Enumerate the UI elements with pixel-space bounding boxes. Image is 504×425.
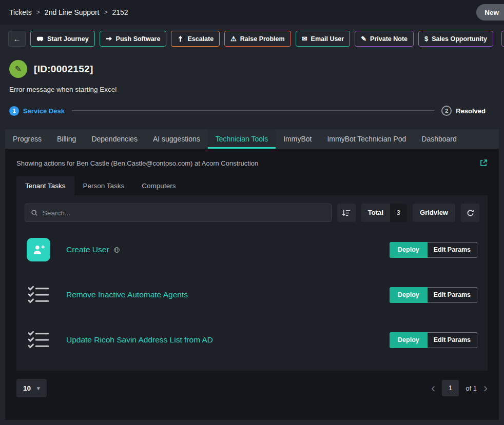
checklist-icon <box>27 283 50 307</box>
private-note-button[interactable]: ✎ Private Note <box>355 31 414 47</box>
stepper-connector-line <box>72 110 434 111</box>
tab-progress[interactable]: Progress <box>5 129 49 149</box>
start-journey-button[interactable]: Start Journey <box>30 31 95 47</box>
user-plus-icon <box>27 238 50 261</box>
edit-params-button[interactable]: Edit Params <box>428 287 477 303</box>
refresh-button[interactable] <box>461 204 479 222</box>
deploy-button[interactable]: Deploy <box>390 287 428 303</box>
edit-params-button[interactable]: Edit Params <box>428 332 477 348</box>
sales-opportunity-button[interactable]: $ Sales Opportunity <box>418 31 493 47</box>
current-page-indicator: 1 <box>442 380 459 396</box>
email-user-button[interactable]: ✉ Email User <box>296 31 351 47</box>
gridview-button[interactable]: Gridview <box>413 204 455 222</box>
task-subtabs: Tenant Tasks Person Tasks Computers <box>16 176 488 195</box>
tab-billing[interactable]: Billing <box>49 129 84 149</box>
globe-icon <box>113 247 120 253</box>
chevron-down-icon: ▾ <box>37 385 40 392</box>
ticket-type-icon: ✎ <box>9 60 27 78</box>
task-title-text: Update Ricoh Savin Address List from AD <box>66 335 213 345</box>
tab-technician-tools[interactable]: Technician Tools <box>208 129 276 149</box>
prev-page-button[interactable]: ‹ <box>431 382 435 394</box>
envelope-icon: ✉ <box>302 35 307 42</box>
search-icon <box>31 209 38 216</box>
total-count-badge: 3 <box>390 204 407 222</box>
breadcrumb-item-queue[interactable]: 2nd Line Support <box>45 8 100 16</box>
search-box[interactable] <box>25 204 332 222</box>
sales-opportunity-label: Sales Opportunity <box>432 35 487 43</box>
main-tabs: Progress Billing Dependencies AI suggest… <box>5 129 499 149</box>
breadcrumb-item-ticket-id[interactable]: 2152 <box>112 8 128 16</box>
search-controls-row: Total 3 Gridview <box>25 204 479 222</box>
total-counter: Total 3 <box>361 204 407 222</box>
step-number-badge: 1 <box>9 106 19 116</box>
escalate-button[interactable]: Escalate <box>171 31 220 47</box>
subtab-computers[interactable]: Computers <box>133 176 184 195</box>
total-label: Total <box>361 204 390 222</box>
escalate-label: Escalate <box>187 35 214 43</box>
breadcrumb: Tickets > 2nd Line Support > 2152 <box>9 8 128 16</box>
external-link-icon[interactable] <box>479 159 488 167</box>
sort-icon <box>342 209 351 217</box>
refresh-icon <box>467 209 474 217</box>
page-size-select[interactable]: 10 ▾ <box>16 379 47 397</box>
warning-icon: ⚠ <box>230 35 237 42</box>
tab-ai-suggestions[interactable]: AI suggestions <box>145 129 208 149</box>
step-resolved[interactable]: 2 Resolved <box>441 106 486 116</box>
task-list-container: Total 3 Gridview Create User <box>16 195 488 371</box>
technician-tools-panel: Showing actions for Ben Castle (Ben.Cast… <box>5 149 499 420</box>
task-link-remove-inactive-automate-agents[interactable]: Remove Inactive Automate Agents <box>66 290 188 299</box>
action-toolbar: ← Start Journey Push Software Escalate ⚠… <box>0 25 504 53</box>
subtab-tenant-tasks[interactable]: Tenant Tasks <box>16 176 74 195</box>
task-link-update-ricoh-savin-address-list[interactable]: Update Ricoh Savin Address List from AD <box>66 335 213 345</box>
arrow-right-icon <box>106 35 112 42</box>
private-note-label: Private Note <box>370 35 408 43</box>
workflow-stepper: 1 Service Desk 2 Resolved <box>0 95 504 116</box>
ticket-subject: Error message when starting Excel <box>9 86 495 93</box>
new-button[interactable]: New <box>476 4 504 21</box>
tab-immybot-technician-pod[interactable]: ImmyBot Technician Pod <box>319 129 414 149</box>
task-title-text: Remove Inactive Automate Agents <box>66 290 188 299</box>
raise-problem-label: Raise Problem <box>240 35 285 43</box>
car-icon <box>36 35 44 43</box>
task-title-text: Create User <box>66 245 109 254</box>
truncated-toolbar-button[interactable]: ✎ R <box>501 31 504 47</box>
raise-problem-button[interactable]: ⚠ Raise Problem <box>224 31 291 47</box>
tab-dashboard[interactable]: Dashboard <box>414 129 464 149</box>
pencil-icon: ✎ <box>15 64 22 74</box>
list-footer: 10 ▾ ‹ 1 of 1 › <box>16 379 488 397</box>
tab-immybot[interactable]: ImmyBot <box>276 129 319 149</box>
step-number-badge: 2 <box>441 106 452 116</box>
deploy-button[interactable]: Deploy <box>390 242 428 258</box>
ticket-header: ✎ [ID:0002152] Error message when starti… <box>0 53 504 95</box>
step-service-desk[interactable]: 1 Service Desk <box>9 106 65 116</box>
ticket-id-title: [ID:0002152] <box>34 64 93 75</box>
edit-params-button[interactable]: Edit Params <box>428 242 477 258</box>
pagination: ‹ 1 of 1 › <box>431 380 488 396</box>
arrow-left-icon: ← <box>13 34 21 43</box>
checklist-icon <box>27 328 50 352</box>
task-link-create-user[interactable]: Create User <box>66 245 120 254</box>
topbar: Tickets > 2nd Line Support > 2152 New <box>0 0 504 25</box>
page-count-text: of 1 <box>466 384 477 392</box>
step-label: Resolved <box>456 107 486 115</box>
tab-dependencies[interactable]: Dependencies <box>84 129 145 149</box>
push-software-button[interactable]: Push Software <box>100 31 167 47</box>
breadcrumb-separator: > <box>36 9 40 16</box>
subtab-person-tasks[interactable]: Person Tasks <box>74 176 133 195</box>
next-page-button[interactable]: › <box>483 382 488 394</box>
dollar-icon: $ <box>424 35 428 42</box>
step-label: Service Desk <box>23 107 65 115</box>
page-size-value: 10 <box>23 384 31 392</box>
back-button[interactable]: ← <box>8 31 26 47</box>
start-journey-label: Start Journey <box>47 35 89 43</box>
task-row: Create User Deploy Edit Params <box>25 227 479 272</box>
task-row: Remove Inactive Automate Agents Deploy E… <box>25 272 479 317</box>
arrow-up-icon <box>177 35 184 42</box>
breadcrumb-item-tickets[interactable]: Tickets <box>9 8 32 16</box>
email-user-label: Email User <box>311 35 344 43</box>
search-input[interactable] <box>43 209 325 217</box>
task-row: Update Ricoh Savin Address List from AD … <box>25 317 479 362</box>
deploy-button[interactable]: Deploy <box>390 332 428 348</box>
sort-button[interactable] <box>337 204 356 222</box>
app-window: Tickets > 2nd Line Support > 2152 New ← … <box>0 0 504 425</box>
